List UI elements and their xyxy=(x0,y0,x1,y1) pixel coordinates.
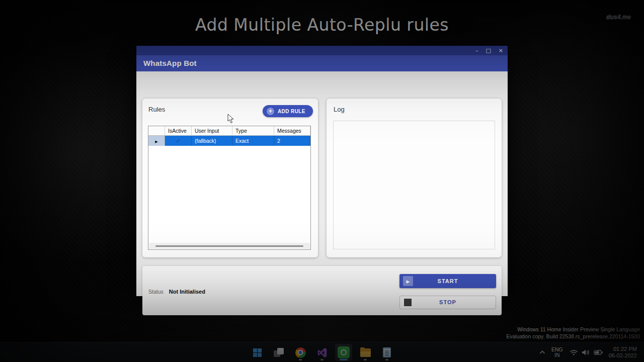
start-button-taskbar[interactable] xyxy=(249,344,266,361)
add-rule-button[interactable]: + ADD RULE xyxy=(263,105,313,117)
window-title: WhatsApp Bot xyxy=(136,55,508,71)
build-watermark-line1: Windows 11 Home Insider Preview Single L… xyxy=(506,326,640,333)
desktop: Add Multiple Auto-Replu rules dus4.me – … xyxy=(0,0,644,362)
column-header-isactive[interactable]: IsActive xyxy=(165,126,192,136)
visual-studio-running-indicator xyxy=(320,359,324,360)
volume-icon xyxy=(582,349,590,356)
clock[interactable]: 01:22 PM 06-02-2022 xyxy=(609,346,637,359)
language-line2: IN xyxy=(551,352,563,358)
checkbox-checked-icon: ✓ xyxy=(176,138,180,144)
windows-build-watermark: Windows 11 Home Insider Preview Single L… xyxy=(506,326,640,340)
visual-studio-taskbar-item[interactable] xyxy=(313,344,331,361)
row-selector-cell[interactable]: ▶ xyxy=(148,136,165,146)
clock-date: 06-02-2022 xyxy=(609,352,637,359)
type-cell[interactable]: Exact xyxy=(232,136,274,146)
rules-table[interactable]: IsActive User Input Type Messages ▶ ✓ (f… xyxy=(148,126,311,250)
chrome-icon xyxy=(295,347,306,358)
video-title: Add Multiple Auto-Replu rules xyxy=(0,15,644,35)
window-top-strip: – □ × xyxy=(136,46,508,55)
row-marker-icon: ▶ xyxy=(155,140,157,144)
chrome-taskbar-item[interactable] xyxy=(292,344,309,361)
status-label: Status xyxy=(148,289,164,295)
add-rule-button-label: ADD RULE xyxy=(278,109,305,114)
rules-panel: Rules + ADD RULE IsActive User Input Typ… xyxy=(142,99,318,257)
whatsapp-bot-icon xyxy=(338,346,350,358)
close-icon[interactable]: × xyxy=(499,46,503,55)
windows-start-icon xyxy=(253,348,262,357)
task-view-icon xyxy=(274,348,284,357)
wifi-icon xyxy=(570,349,578,356)
notepad-icon xyxy=(383,347,391,357)
file-explorer-taskbar-item[interactable] xyxy=(357,344,374,361)
start-button-label: START xyxy=(399,274,496,288)
notepad-running-indicator xyxy=(385,359,388,360)
battery-icon xyxy=(594,349,603,356)
tray-chevron-up-icon[interactable] xyxy=(539,350,545,354)
visual-studio-icon xyxy=(317,347,328,358)
column-header-messages[interactable]: Messages xyxy=(274,126,310,136)
build-watermark-line2: Evaluation copy. Build 22538.rs_prerelea… xyxy=(506,333,640,340)
scrollbar-thumb[interactable] xyxy=(155,245,303,247)
whatsapp-bot-taskbar-item[interactable] xyxy=(335,344,352,361)
messages-cell[interactable]: 2 xyxy=(274,136,310,146)
maximize-icon[interactable]: □ xyxy=(486,46,491,55)
plus-icon: + xyxy=(267,108,274,115)
stop-button-label: STOP xyxy=(400,296,496,309)
table-row[interactable]: ▶ ✓ (fallback) Exact 2 xyxy=(148,136,310,146)
status-panel: Status Not Initialised ▶ START STOP xyxy=(142,266,502,315)
status-line: Status Not Initialised xyxy=(148,289,205,295)
start-button[interactable]: ▶ START xyxy=(399,274,496,288)
notepad-taskbar-item[interactable] xyxy=(378,344,395,361)
log-panel: Log xyxy=(327,99,502,257)
channel-watermark: dus4.me xyxy=(606,14,631,21)
file-explorer-running-indicator xyxy=(364,359,367,360)
column-header-userinput[interactable]: User Input xyxy=(192,126,232,136)
window-content: Rules + ADD RULE IsActive User Input Typ… xyxy=(136,71,508,296)
minimize-icon[interactable]: – xyxy=(475,46,478,55)
task-view-button[interactable] xyxy=(270,344,287,361)
user-input-cell[interactable]: (fallback) xyxy=(192,136,232,146)
column-header-selector xyxy=(148,126,165,136)
chrome-running-indicator xyxy=(299,359,302,360)
language-indicator[interactable]: ENG IN xyxy=(551,347,563,358)
horizontal-scrollbar[interactable] xyxy=(149,243,310,249)
taskbar: ENG IN xyxy=(0,342,644,362)
column-header-type[interactable]: Type xyxy=(232,126,274,136)
stop-button[interactable]: STOP xyxy=(399,296,496,309)
window-controls: – □ × xyxy=(475,46,503,55)
clock-time: 01:22 PM xyxy=(609,346,637,352)
status-value: Not Initialised xyxy=(169,289,205,295)
rules-panel-title: Rules xyxy=(148,106,165,113)
taskbar-app-icons xyxy=(249,342,395,362)
system-tray: ENG IN xyxy=(539,342,637,362)
tray-status-icons[interactable] xyxy=(570,349,603,356)
isactive-checkbox-cell[interactable]: ✓ xyxy=(165,136,192,146)
whatsapp-bot-window: – □ × WhatsApp Bot Rules + ADD RULE IsAc… xyxy=(136,46,508,296)
log-output-box[interactable] xyxy=(333,121,495,249)
rules-table-header: IsActive User Input Type Messages xyxy=(148,126,310,136)
whatsapp-bot-active-indicator xyxy=(340,359,348,360)
file-explorer-icon xyxy=(360,348,371,357)
log-panel-title: Log xyxy=(334,106,345,113)
